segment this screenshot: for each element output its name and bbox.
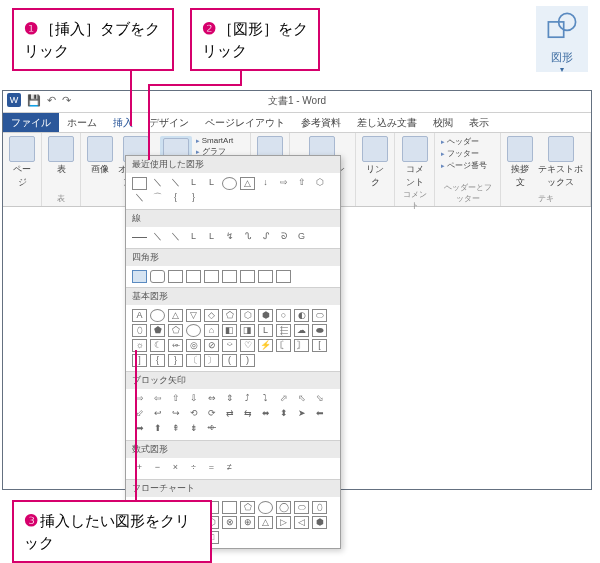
save-icon[interactable]: 💾 <box>27 94 41 107</box>
shape-item[interactable] <box>132 177 147 190</box>
shape-item[interactable]: ◎ <box>186 339 201 352</box>
shape-item[interactable]: ＼ <box>168 231 183 244</box>
shape-item[interactable]: ÷ <box>186 462 201 475</box>
shape-item[interactable]: = <box>204 462 219 475</box>
shape-item[interactable]: ◨ <box>240 324 255 337</box>
shape-item[interactable]: ⇩ <box>186 393 201 406</box>
shape-item[interactable]: } <box>168 354 183 367</box>
shape-item[interactable] <box>222 501 237 514</box>
shape-item[interactable]: ↓ <box>258 177 273 190</box>
shape-item[interactable]: ↩ <box>150 408 165 421</box>
shape-item[interactable]: ◯ <box>276 501 291 514</box>
tab-review[interactable]: 校閲 <box>425 113 461 132</box>
shape-item[interactable]: ◧ <box>222 324 237 337</box>
shape-item[interactable]: △ <box>168 309 183 322</box>
shape-item[interactable] <box>204 270 219 283</box>
shape-item[interactable]: ↯ <box>222 231 237 244</box>
shape-item[interactable]: L <box>204 177 219 190</box>
shape-item[interactable]: ⇧ <box>294 177 309 190</box>
shape-item[interactable]: { <box>150 354 165 367</box>
shape-item[interactable]: ≠ <box>222 462 237 475</box>
shape-item[interactable]: ⬠ <box>168 324 183 337</box>
shape-item[interactable]: ⬰ <box>168 339 183 352</box>
shape-item[interactable]: ○ <box>276 309 291 322</box>
shape-item[interactable] <box>222 177 237 190</box>
greeting-button[interactable]: 挨拶文 <box>507 136 533 189</box>
shape-item[interactable] <box>258 501 273 514</box>
shape-item[interactable]: ᔐ <box>240 231 255 244</box>
shape-item[interactable]: 〔 <box>186 354 201 367</box>
shape-item[interactable]: ⬭ <box>294 501 309 514</box>
link-button[interactable]: リンク <box>362 136 388 189</box>
shape-item[interactable] <box>186 324 201 337</box>
tab-mailings[interactable]: 差し込み文書 <box>349 113 425 132</box>
footer-button[interactable]: フッター <box>441 148 495 159</box>
shape-item[interactable]: ＼ <box>150 177 165 190</box>
shape-item[interactable]: ⇆ <box>240 408 255 421</box>
tab-file[interactable]: ファイル <box>3 113 59 132</box>
shape-item[interactable]: ⬍ <box>276 408 291 421</box>
shape-item[interactable]: ⬂ <box>312 393 327 406</box>
shape-item[interactable]: ⤴ <box>240 393 255 406</box>
shape-item[interactable]: ᔑ <box>258 231 273 244</box>
table-button[interactable]: 表 <box>48 136 74 176</box>
shape-item[interactable]: ⌒ <box>150 192 165 205</box>
shape-item[interactable]: ◇ <box>204 309 219 322</box>
shape-item[interactable]: ⬅ <box>312 408 327 421</box>
shape-item[interactable] <box>150 270 165 283</box>
shape-item[interactable]: ⚡ <box>258 339 273 352</box>
shape-item[interactable]: ➤ <box>294 408 309 421</box>
shape-item[interactable]: ⇞ <box>168 423 183 436</box>
shape-item[interactable]: ⤵ <box>258 393 273 406</box>
page-number-button[interactable]: ページ番号 <box>441 160 495 171</box>
pictures-button[interactable]: 画像 <box>87 136 113 189</box>
shape-item[interactable]: ☾ <box>150 339 165 352</box>
tab-insert[interactable]: 挿入 <box>105 113 141 132</box>
shape-item[interactable]: ◁ <box>294 516 309 529</box>
shape-item[interactable]: ⬢ <box>312 516 327 529</box>
shape-item[interactable]: 〘 <box>276 339 291 352</box>
shape-item[interactable]: ⬯ <box>312 501 327 514</box>
shape-item[interactable]: ⬢ <box>258 309 273 322</box>
shape-item[interactable]: ᘐ <box>276 231 291 244</box>
shape-item[interactable] <box>276 270 291 283</box>
tab-home[interactable]: ホーム <box>59 113 105 132</box>
comment-button[interactable]: コメント <box>401 136 428 189</box>
shape-item[interactable]: × <box>168 462 183 475</box>
undo-icon[interactable]: ↶ <box>47 94 56 107</box>
shape-item[interactable]: G <box>294 231 309 244</box>
shape-item[interactable]: ⬌ <box>258 408 273 421</box>
textbox-button[interactable]: テキストボックス <box>537 136 584 189</box>
shape-item[interactable]: ⇟ <box>186 423 201 436</box>
shape-item[interactable] <box>186 270 201 283</box>
shape-item[interactable]: ⌔ <box>222 339 237 352</box>
shape-item[interactable]: ⬀ <box>276 393 291 406</box>
shape-rectangle[interactable] <box>132 270 147 283</box>
shape-item[interactable]: − <box>150 462 165 475</box>
shape-item[interactable]: △ <box>258 516 273 529</box>
shape-item[interactable]: ⬲ <box>204 423 219 436</box>
shape-item[interactable]: 〕 <box>204 354 219 367</box>
shape-item[interactable]: △ <box>240 177 255 190</box>
shape-item[interactable]: ) <box>240 354 255 367</box>
shape-item[interactable]: ⬯ <box>132 324 147 337</box>
shape-item[interactable]: ⊘ <box>204 339 219 352</box>
shape-item[interactable]: ⟲ <box>186 408 201 421</box>
shape-item[interactable]: ⇔ <box>204 393 219 406</box>
shape-item[interactable]: ⟳ <box>204 408 219 421</box>
shape-item[interactable]: ▷ <box>276 516 291 529</box>
shape-item[interactable]: [ <box>312 339 327 352</box>
tab-layout[interactable]: ページレイアウト <box>197 113 293 132</box>
tab-view[interactable]: 表示 <box>461 113 497 132</box>
shape-item[interactable]: ⊗ <box>222 516 237 529</box>
shape-item[interactable]: ⬟ <box>150 324 165 337</box>
pages-button[interactable]: ページ <box>9 136 35 189</box>
shape-item[interactable] <box>240 270 255 283</box>
shape-item[interactable]: ⇦ <box>150 393 165 406</box>
shape-item[interactable]: A <box>132 309 147 322</box>
shape-item[interactable]: L <box>204 231 219 244</box>
shape-item[interactable]: ☁ <box>294 324 309 337</box>
shape-item[interactable]: ⌂ <box>204 324 219 337</box>
shape-item[interactable]: L <box>258 324 273 337</box>
shape-item[interactable] <box>222 270 237 283</box>
